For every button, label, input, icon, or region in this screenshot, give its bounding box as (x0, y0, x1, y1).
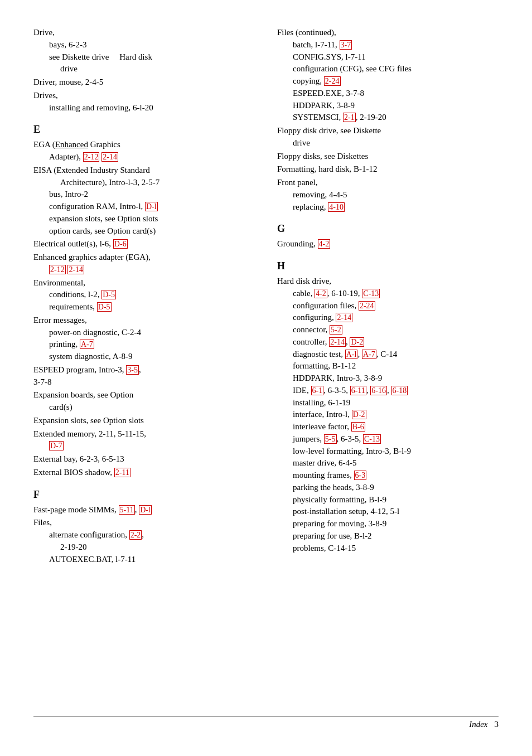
list-item: EISA (Extended Industry Standard Archite… (33, 164, 255, 238)
entry-text: Front panel, (277, 177, 499, 189)
page-ref[interactable]: 2-14 (101, 152, 118, 162)
entry-text: Environmental, (33, 277, 255, 289)
page-ref[interactable]: 2-11 (114, 468, 130, 477)
page-ref[interactable]: 2-1 (343, 113, 356, 122)
entry-text: conditions, l-2, D-5 (33, 289, 255, 301)
page-ref[interactable]: 4-2 (315, 289, 327, 298)
page-ref[interactable]: 2-12 (83, 152, 100, 162)
entry-text: Driver, mouse, 2-4-5 (33, 76, 255, 89)
entry-text: printing, A-7 (33, 338, 255, 351)
list-item: Error messages, power-on diagnostic, C-2… (33, 314, 255, 363)
page-ref[interactable]: C-13 (362, 289, 380, 298)
page-ref[interactable]: D-l (139, 505, 152, 515)
entry-text: preparing for use, B-l-2 (277, 530, 499, 542)
entry-text: expansion slots, see Option slots (33, 213, 255, 225)
list-item: Drives, installing and removing, 6-l-20 (33, 90, 255, 114)
page-ref[interactable]: 2-14 (329, 337, 346, 347)
list-item: Electrical outlet(s), l-6, D-6 (33, 238, 255, 250)
page-ref[interactable]: 4-2 (318, 239, 331, 249)
page-ref[interactable]: 4-10 (328, 202, 345, 212)
entry-text: mounting frames, 6-3 (277, 469, 499, 482)
list-item: External bay, 6-2-3, 6-5-13 (33, 453, 255, 466)
entry-text: Extended memory, 2-11, 5-11-15, (33, 428, 255, 440)
list-item: Fast-page mode SIMMs, 5-11, D-l (33, 504, 255, 516)
page-ref[interactable]: 2-24 (359, 301, 375, 311)
list-item: EGA (Enhanced Graphics Adapter), 2-12 2-… (33, 139, 255, 163)
page-ref[interactable]: A-7 (362, 350, 376, 359)
entry-text: configuring, 2-14 (277, 312, 499, 324)
list-item: ESPEED program, Intro-3, 3-5, 3-7-8 (33, 364, 255, 389)
list-item: Files, alternate configuration, 2-2, 2-1… (33, 517, 255, 565)
page-ref[interactable]: D-6 (113, 239, 128, 249)
entry-text: EGA (Enhanced Graphics (33, 139, 255, 151)
page-ref[interactable]: C-13 (363, 434, 381, 444)
left-column: Drive, bays, 6-2-3 see Diskette drive Ha… (33, 27, 255, 566)
entry-text: 2-19-20 (33, 541, 255, 554)
page-ref[interactable]: D-5 (101, 290, 116, 299)
entry-text: Fast-page mode SIMMs, 5-11, D-l (33, 504, 255, 516)
entry-text: Hard disk drive, (277, 275, 499, 288)
page-ref[interactable]: 2-14 (336, 313, 352, 322)
entry-text: installing, 6-1-19 (277, 397, 499, 409)
page-ref[interactable]: A-7 (80, 340, 94, 349)
entry-text: removing, 4-4-5 (277, 189, 499, 201)
page-ref[interactable]: 3-5 (126, 365, 139, 375)
entry-text: 3-7-8 (33, 376, 255, 389)
page-ref[interactable]: 2-14 (67, 265, 84, 274)
entry-text: option cards, see Option card(s) (33, 225, 255, 238)
page-ref[interactable]: 2-24 (324, 76, 341, 86)
section-header-e: E (33, 124, 255, 135)
list-item: Floppy disks, see Diskettes (277, 151, 499, 163)
page-ref[interactable]: 5-5 (324, 434, 337, 444)
entry-text: card(s) (33, 401, 255, 414)
entry-text: requirements, D-5 (33, 301, 255, 313)
page-ref[interactable]: 5-2 (330, 325, 342, 335)
entry-text: alternate configuration, 2-2, (33, 529, 255, 541)
page-ref[interactable]: D-5 (97, 302, 112, 312)
entry-text: replacing, 4-10 (277, 201, 499, 214)
page-ref[interactable]: D-2 (352, 410, 366, 419)
entry-text: parking the heads, 3-8-9 (277, 482, 499, 494)
entry-text: configuration RAM, Intro-l, D-l (33, 201, 255, 213)
entry-text: D-7 (33, 440, 255, 452)
page-content: Drive, bays, 6-2-3 see Diskette drive Ha… (33, 27, 499, 566)
entry-text: system diagnostic, A-8-9 (33, 351, 255, 363)
entry-text: AUTOEXEC.BAT, l-7-11 (33, 554, 255, 566)
page-ref[interactable]: D-l (145, 202, 158, 211)
page-ref[interactable]: 6-3 (354, 471, 367, 480)
page-ref[interactable]: D-7 (49, 441, 64, 450)
list-item: Front panel, removing, 4-4-5 replacing, … (277, 177, 499, 213)
page-footer: Index 3 (33, 716, 499, 729)
entry-text: Enhanced graphics adapter (EGA), (33, 251, 255, 264)
page-ref[interactable]: B-6 (351, 422, 365, 432)
page-ref[interactable]: 6-11 (350, 386, 366, 395)
entry-text: low-level formatting, Intro-3, B-l-9 (277, 445, 499, 458)
page-ref[interactable]: 2-2 (129, 530, 142, 540)
list-item: Enhanced graphics adapter (EGA), 2-12 2-… (33, 251, 255, 276)
entry-text: ESPEED program, Intro-3, 3-5, (33, 364, 255, 376)
entry-text: bays, 6-2-3 (33, 39, 255, 51)
entry-text: Floppy disks, see Diskettes (277, 151, 499, 163)
entry-text: batch, l-7-11, 3-7 (277, 39, 499, 51)
page-ref[interactable]: 6-16 (370, 386, 387, 395)
entry-text: External BIOS shadow, 2-11 (33, 467, 255, 479)
page-ref[interactable]: D-2 (350, 337, 364, 347)
entry-text: IDE, 6-1, 6-3-5, 6-11, 6-16, 6-18 (277, 385, 499, 397)
list-item: Expansion boards, see Option card(s) (33, 389, 255, 414)
page-ref[interactable]: 5-11 (119, 505, 135, 515)
entry-text: Adapter), 2-12 2-14 (33, 151, 255, 163)
page-ref[interactable]: 3-7 (340, 40, 352, 50)
entry-text: power-on diagnostic, C-2-4 (33, 327, 255, 339)
entry-text: Files (continued), (277, 27, 499, 39)
entry-text: jumpers, 5-5, 6-3-5, C-13 (277, 433, 499, 445)
entry-text: cable, 4-2, 6-10-19, C-13 (277, 288, 499, 300)
page-ref[interactable]: 6-1 (311, 386, 324, 395)
entry-text: Error messages, (33, 314, 255, 327)
page-ref[interactable]: 6-18 (391, 386, 408, 395)
entry-text: formatting, B-1-12 (277, 360, 499, 372)
page-ref[interactable]: 2-12 (49, 265, 66, 274)
footer-page-number: 3 (495, 720, 499, 729)
page-ref[interactable]: A-l (345, 350, 358, 359)
list-item: Floppy disk drive, see Diskette drive (277, 125, 499, 149)
entry-text: master drive, 6-4-5 (277, 457, 499, 469)
